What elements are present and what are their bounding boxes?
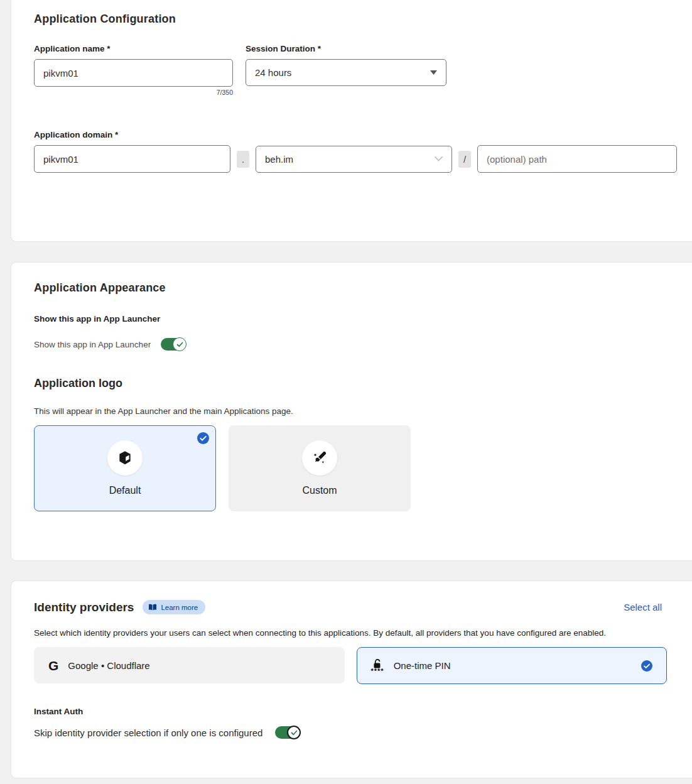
- provider-google-cloudflare[interactable]: G Google • Cloudflare: [34, 647, 345, 683]
- logo-option-custom-label: Custom: [302, 485, 337, 496]
- chevron-down-icon: [435, 156, 443, 161]
- identity-providers-description: Select which identity providers your use…: [34, 628, 677, 638]
- application-appearance-card: Application Appearance Show this app in …: [11, 263, 692, 560]
- selected-check-icon: [641, 660, 652, 672]
- application-configuration-card: Application Configuration Application na…: [11, 0, 692, 241]
- application-logo-description: This will appear in the App Launcher and…: [34, 406, 677, 416]
- logo-option-custom[interactable]: Custom: [229, 425, 411, 511]
- name-session-row: Application name * 7/350 Session Duratio…: [34, 44, 677, 96]
- domain-select-value: beh.im: [265, 154, 293, 165]
- app-launcher-toggle-label: Show this app in App Launcher: [34, 340, 151, 349]
- card-title-appearance: Application Appearance: [34, 281, 677, 295]
- identity-providers-card: Identity providers Learn more Select all…: [11, 581, 692, 778]
- pin-asterisks: ****: [371, 668, 384, 673]
- provider-google-label: Google • Cloudflare: [68, 660, 149, 671]
- provider-otp-label: One-time PIN: [394, 660, 451, 671]
- card-title-identity-providers: Identity providers: [34, 601, 134, 614]
- book-icon: [148, 604, 157, 611]
- toggle-knob-check-icon: [287, 726, 301, 739]
- card-title-configuration: Application Configuration: [34, 13, 677, 26]
- instant-auth-heading: Instant Auth: [34, 707, 677, 716]
- application-name-field-group: Application name * 7/350: [34, 44, 233, 96]
- application-name-label: Application name *: [34, 44, 233, 53]
- instant-auth-toggle-row: Skip identity provider selection if only…: [34, 726, 677, 739]
- provider-options: G Google • Cloudflare **** One-time PIN: [34, 647, 667, 684]
- logo-option-default-label: Default: [109, 485, 141, 496]
- dot-separator: .: [237, 151, 249, 168]
- logo-option-tiles: Default Custom: [34, 425, 677, 511]
- select-all-link[interactable]: Select all: [624, 602, 662, 612]
- toggle-track: [275, 726, 300, 739]
- unlocked-padlock-icon: ****: [371, 659, 384, 673]
- chevron-down-icon: [430, 70, 437, 75]
- instant-auth-toggle-label: Skip identity provider selection if only…: [34, 727, 262, 738]
- session-duration-field-group: Session Duration * 24 hours: [246, 44, 446, 96]
- google-icon: G: [48, 659, 58, 672]
- subdomain-input[interactable]: [34, 145, 230, 173]
- path-input[interactable]: [477, 145, 677, 173]
- application-name-input[interactable]: [34, 59, 233, 87]
- app-launcher-toggle[interactable]: [161, 338, 186, 351]
- logo-option-default[interactable]: Default: [34, 425, 216, 511]
- instant-auth-toggle[interactable]: [275, 726, 300, 739]
- domain-select[interactable]: beh.im: [256, 146, 452, 173]
- application-domain-row: . beh.im /: [34, 145, 677, 173]
- application-domain-label: Application domain *: [34, 130, 677, 139]
- session-duration-label: Session Duration *: [246, 44, 446, 53]
- session-duration-select[interactable]: 24 hours: [246, 59, 446, 86]
- app-launcher-heading: Show this app in App Launcher: [34, 314, 677, 324]
- cube-icon: [107, 440, 143, 476]
- char-counter: 7/350: [34, 89, 233, 96]
- paintbrush-icon: [302, 440, 337, 476]
- application-logo-heading: Application logo: [34, 377, 677, 390]
- learn-more-badge[interactable]: Learn more: [143, 600, 205, 614]
- app-launcher-toggle-row: Show this app in App Launcher: [34, 338, 677, 351]
- toggle-track: [161, 338, 186, 351]
- slash-separator: /: [458, 151, 471, 168]
- provider-one-time-pin[interactable]: **** One-time PIN: [357, 647, 668, 684]
- learn-more-label: Learn more: [161, 604, 198, 611]
- session-duration-value: 24 hours: [255, 67, 291, 78]
- identity-providers-header: Identity providers Learn more Select all: [34, 600, 677, 614]
- toggle-knob-check-icon: [173, 337, 187, 351]
- selected-check-icon: [197, 432, 209, 444]
